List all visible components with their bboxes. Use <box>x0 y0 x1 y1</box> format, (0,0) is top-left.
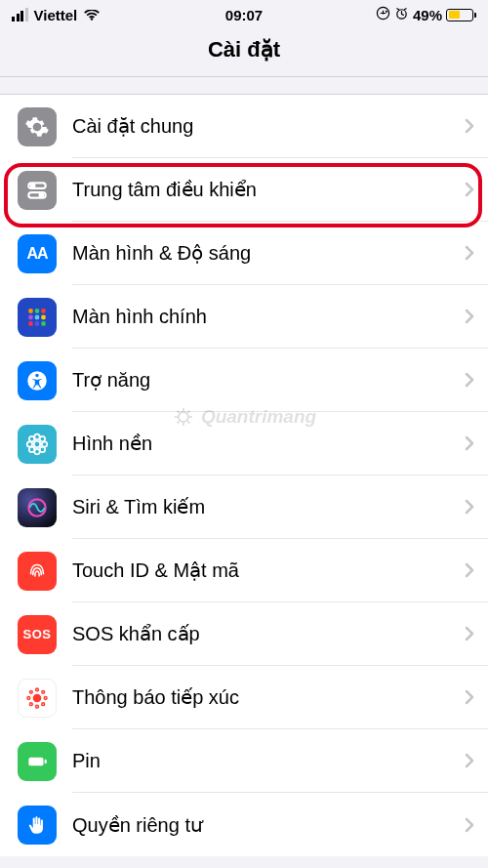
status-right: 49% <box>376 6 476 23</box>
chevron-right-icon <box>465 689 474 705</box>
row-siri[interactable]: Siri & Tìm kiếm <box>0 475 488 539</box>
svg-point-35 <box>42 702 45 705</box>
battery-percent: 49% <box>413 7 442 23</box>
fingerprint-icon <box>18 552 57 591</box>
row-label: Trung tâm điều khiển <box>72 178 465 201</box>
settings-list: Cài đặt chung Trung tâm điều khiển AA Mà… <box>0 95 488 856</box>
clock: 09:07 <box>225 7 263 23</box>
row-label: Siri & Tìm kiếm <box>72 495 465 518</box>
row-wallpaper[interactable]: Hình nền <box>0 412 488 475</box>
status-left: Viettel <box>12 7 101 23</box>
svg-rect-12 <box>28 321 32 325</box>
gear-icon <box>18 107 57 146</box>
row-label: Cài đặt chung <box>72 114 465 138</box>
svg-point-27 <box>33 693 42 702</box>
chevron-right-icon <box>465 372 474 388</box>
svg-point-24 <box>29 446 34 451</box>
svg-point-30 <box>27 696 30 699</box>
chevron-right-icon <box>465 245 474 261</box>
battery-settings-icon <box>18 742 57 781</box>
sos-icon: SOS <box>18 615 57 654</box>
svg-rect-13 <box>35 321 39 325</box>
svg-point-33 <box>42 690 45 693</box>
status-bar: Viettel 09:07 49% <box>0 0 488 27</box>
svg-rect-8 <box>41 309 45 312</box>
row-touch-id[interactable]: Touch ID & Mật mã <box>0 539 488 602</box>
svg-point-16 <box>35 373 38 376</box>
row-exposure[interactable]: Thông báo tiếp xúc <box>0 666 488 729</box>
chevron-right-icon <box>465 562 474 578</box>
row-general[interactable]: Cài đặt chung <box>0 95 488 158</box>
section-gap <box>0 77 488 95</box>
exposure-icon <box>18 679 57 718</box>
accessibility-icon <box>18 361 57 400</box>
svg-rect-7 <box>35 309 39 312</box>
battery-icon <box>446 9 476 21</box>
svg-point-25 <box>40 446 45 451</box>
row-privacy[interactable]: Quyền riêng tư <box>0 793 488 856</box>
row-sos[interactable]: SOS SOS khẩn cấp <box>0 602 488 666</box>
text-size-icon: AA <box>18 234 57 273</box>
chevron-right-icon <box>465 753 474 768</box>
svg-point-5 <box>40 193 43 196</box>
row-label: Hình nền <box>72 432 465 455</box>
row-label: Màn hình & Độ sáng <box>72 241 465 265</box>
carrier-name: Viettel <box>34 7 78 23</box>
svg-point-3 <box>31 184 34 186</box>
chevron-right-icon <box>465 182 474 197</box>
row-display[interactable]: AA Màn hình & Độ sáng <box>0 222 488 285</box>
siri-icon <box>18 488 57 527</box>
chevron-right-icon <box>465 118 474 134</box>
svg-point-34 <box>29 702 32 705</box>
chevron-right-icon <box>465 626 474 641</box>
svg-point-23 <box>40 435 45 440</box>
svg-rect-14 <box>41 321 45 325</box>
row-battery[interactable]: Pin <box>0 729 488 793</box>
chevron-right-icon <box>465 817 474 833</box>
row-label: Thông báo tiếp xúc <box>72 685 465 709</box>
flower-icon <box>18 425 57 464</box>
row-label: SOS khẩn cấp <box>72 622 465 645</box>
svg-point-29 <box>36 705 39 708</box>
hand-icon <box>18 806 57 845</box>
svg-rect-36 <box>28 757 43 765</box>
svg-rect-11 <box>41 314 45 318</box>
chevron-right-icon <box>465 309 474 324</box>
row-label: Pin <box>72 750 465 772</box>
row-accessibility[interactable]: Trợ năng <box>0 349 488 412</box>
row-home-screen[interactable]: Màn hình chính <box>0 285 488 349</box>
page-title: Cài đặt <box>0 27 488 77</box>
toggles-icon <box>18 171 57 210</box>
signal-bars-icon <box>12 8 28 21</box>
apps-grid-icon <box>18 298 57 337</box>
svg-point-28 <box>36 687 39 690</box>
wifi-icon <box>83 7 101 23</box>
svg-rect-37 <box>45 759 47 763</box>
svg-point-32 <box>29 690 32 693</box>
alarm-icon <box>394 6 409 23</box>
svg-rect-6 <box>28 309 32 312</box>
chevron-right-icon <box>465 435 474 451</box>
svg-point-31 <box>44 696 47 699</box>
svg-rect-9 <box>28 314 32 318</box>
row-label: Trợ năng <box>72 368 465 392</box>
chevron-right-icon <box>465 499 474 515</box>
row-label: Quyền riêng tư <box>72 813 465 837</box>
svg-point-17 <box>34 440 41 447</box>
row-label: Touch ID & Mật mã <box>72 558 465 582</box>
row-control-center[interactable]: Trung tâm điều khiển <box>0 158 488 222</box>
orientation-lock-icon <box>376 6 390 23</box>
svg-rect-10 <box>35 314 39 318</box>
row-label: Màn hình chính <box>72 306 465 328</box>
svg-point-22 <box>29 435 34 440</box>
